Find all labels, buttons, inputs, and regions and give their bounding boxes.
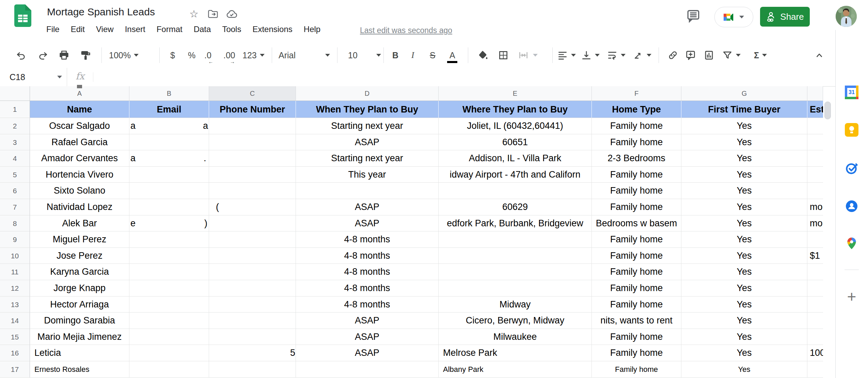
cell-A13[interactable]: Hector Arriaga — [30, 297, 129, 313]
format-percent-button[interactable]: % — [188, 43, 195, 68]
user-avatar[interactable] — [836, 6, 857, 27]
cell-H10[interactable]: $1 — [807, 248, 823, 264]
cell-D6[interactable] — [296, 183, 439, 199]
cell-B11[interactable] — [129, 264, 209, 280]
cell-A17[interactable]: Ernesto Rosales — [30, 361, 129, 378]
cell-C4[interactable] — [209, 150, 296, 167]
cell-C14[interactable] — [209, 313, 296, 329]
bold-button[interactable]: B — [392, 43, 398, 68]
row-number[interactable]: 14 — [0, 313, 30, 329]
document-title[interactable]: Mortage Spanish Leads — [47, 6, 155, 18]
redo-button[interactable] — [37, 43, 48, 68]
insert-chart-button[interactable] — [704, 43, 714, 68]
cell-B13[interactable] — [129, 297, 209, 313]
cell-C12[interactable] — [209, 280, 296, 297]
cell-F5[interactable]: Family home — [592, 167, 681, 183]
cell-G4[interactable]: Yes — [681, 150, 807, 167]
vertical-align-button[interactable] — [581, 43, 600, 68]
column-header-G[interactable]: G — [681, 86, 807, 101]
row-number[interactable]: 16 — [0, 345, 30, 361]
row-number[interactable]: 5 — [0, 167, 30, 183]
last-edit-link[interactable]: Last edit was seconds ago — [360, 26, 452, 35]
cell-B4[interactable] — [129, 150, 209, 167]
menu-data[interactable]: Data — [194, 25, 211, 34]
row-number[interactable]: 7 — [0, 199, 30, 215]
row-number[interactable]: 8 — [0, 215, 30, 232]
cell-H9[interactable] — [807, 231, 823, 248]
cell-F17[interactable]: Family home — [592, 361, 681, 378]
insert-link-button[interactable] — [667, 43, 678, 68]
cell-D7[interactable]: ASAP — [296, 199, 439, 215]
cell-E16[interactable]: Melrose Park — [439, 345, 592, 361]
cell-H7[interactable]: mor — [807, 199, 823, 215]
row-number[interactable]: 9 — [0, 231, 30, 248]
cell-A9[interactable]: Miguel Perez — [30, 231, 129, 248]
move-folder-icon[interactable] — [208, 10, 219, 18]
cell-A16[interactable]: Leticia — [30, 345, 129, 361]
cell-G7[interactable]: Yes — [681, 199, 807, 215]
strikethrough-button[interactable]: S — [430, 43, 436, 68]
cell-H15[interactable] — [807, 329, 823, 345]
cell-G14[interactable]: Yes — [681, 313, 807, 329]
functions-button[interactable]: Σ — [754, 43, 767, 68]
cell-G8[interactable]: Yes — [681, 215, 807, 232]
cell-B3[interactable] — [129, 134, 209, 151]
cell-A11[interactable]: Karyna Garcia — [30, 264, 129, 280]
cell-D13[interactable]: 4-8 months — [296, 297, 439, 313]
row-number[interactable]: 6 — [0, 183, 30, 199]
cell-F15[interactable]: Family home — [592, 329, 681, 345]
cell-F11[interactable]: Family home — [592, 264, 681, 280]
text-wrapping-button[interactable] — [607, 43, 626, 68]
calendar-icon[interactable]: 31 — [845, 86, 858, 99]
fill-color-button[interactable] — [477, 43, 488, 68]
cell-B12[interactable] — [129, 280, 209, 297]
font-size-select[interactable]: 10 — [348, 43, 381, 68]
cell-G2[interactable]: Yes — [681, 118, 807, 134]
cell-H6[interactable] — [807, 183, 823, 199]
column-header-B[interactable]: B — [129, 86, 209, 101]
cell-F12[interactable]: Family home — [592, 280, 681, 297]
cell-F7[interactable]: Family home — [592, 199, 681, 215]
row-number[interactable]: 3 — [0, 134, 30, 151]
cell-F16[interactable]: Family home — [592, 345, 681, 361]
cell-G13[interactable]: Yes — [681, 297, 807, 313]
tasks-icon[interactable] — [845, 161, 858, 175]
cell-F9[interactable]: Family home — [592, 231, 681, 248]
meet-button[interactable] — [714, 7, 753, 27]
cell-C16[interactable] — [209, 345, 296, 361]
cell-H5[interactable] — [807, 167, 823, 183]
cell-A5[interactable]: Hortencia Vivero — [30, 167, 129, 183]
menu-edit[interactable]: Edit — [71, 25, 85, 34]
cell-B9[interactable] — [129, 231, 209, 248]
cell-B17[interactable] — [129, 361, 209, 378]
cell-C9[interactable] — [209, 231, 296, 248]
row-number[interactable]: 4 — [0, 150, 30, 167]
merge-cells-button[interactable] — [517, 43, 538, 68]
cell-C5[interactable] — [209, 167, 296, 183]
cell-H3[interactable] — [807, 134, 823, 151]
cell-E7[interactable]: 60629 — [439, 199, 592, 215]
row-number[interactable]: 12 — [0, 280, 30, 297]
text-color-button[interactable]: A — [449, 43, 455, 68]
header-cell-F[interactable]: Home Type — [592, 101, 681, 118]
cell-D14[interactable]: ASAP — [296, 313, 439, 329]
cell-D11[interactable]: 4-8 months — [296, 264, 439, 280]
italic-button[interactable]: I — [411, 43, 414, 68]
menu-insert[interactable]: Insert — [125, 25, 145, 34]
header-cell-E[interactable]: Where They Plan to Buy — [439, 101, 592, 118]
row-number[interactable]: 17 — [0, 361, 30, 378]
undo-button[interactable] — [16, 43, 27, 68]
cell-E15[interactable]: Milwaukee — [439, 329, 592, 345]
cell-B6[interactable] — [129, 183, 209, 199]
cell-D8[interactable]: ASAP — [296, 215, 439, 232]
cell-B5[interactable] — [129, 167, 209, 183]
cell-B14[interactable] — [129, 313, 209, 329]
cell-F3[interactable]: Family home — [592, 134, 681, 151]
vertical-scrollbar-thumb[interactable] — [824, 102, 831, 119]
increase-decimal-button[interactable]: .00→ — [223, 43, 235, 68]
header-cell-A[interactable]: Name — [30, 101, 129, 118]
share-button[interactable]: Share — [760, 7, 810, 27]
cell-E8[interactable]: edfork Park, Burbank, Bridgeview — [439, 215, 592, 232]
format-currency-button[interactable]: $ — [170, 43, 175, 68]
cell-A14[interactable]: Domingo Sarabia — [30, 313, 129, 329]
